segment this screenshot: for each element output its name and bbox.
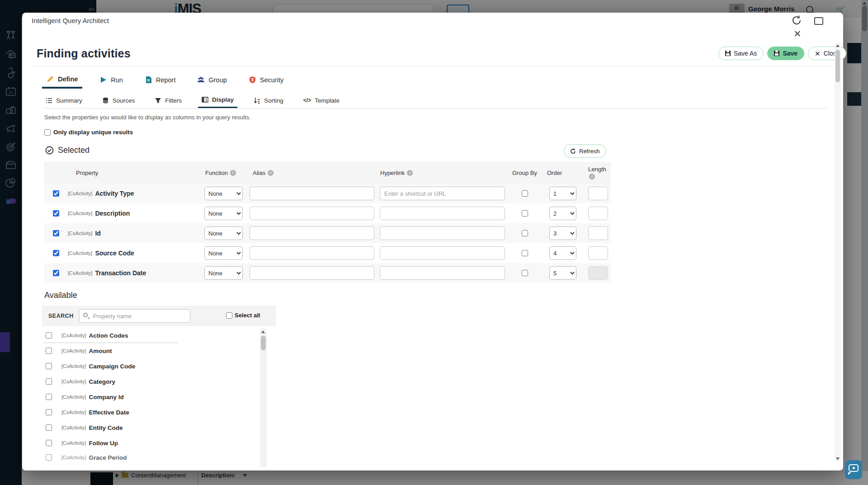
length-input	[588, 266, 608, 280]
hyperlink-input[interactable]	[380, 226, 505, 240]
group-by-checkbox[interactable]	[522, 190, 528, 197]
property-name: Transaction Date	[95, 269, 146, 277]
tab-sorting[interactable]: Sorting	[250, 94, 287, 108]
length-input[interactable]	[588, 246, 608, 260]
order-select[interactable]: 4	[549, 246, 576, 260]
row-checkbox[interactable]	[53, 230, 59, 236]
function-select[interactable]: None	[204, 266, 243, 280]
hyperlink-input[interactable]	[380, 266, 505, 280]
available-section-title: Available	[44, 291, 77, 300]
unique-results-option[interactable]: Only display unique results	[44, 129, 133, 136]
dialog-content-scrollbar[interactable]	[835, 42, 841, 462]
select-all-checkbox[interactable]	[226, 312, 232, 319]
hyperlink-input[interactable]	[380, 207, 505, 220]
tab-sources[interactable]: Sources	[99, 94, 139, 108]
info-icon[interactable]	[230, 170, 236, 176]
list-item: [CsActivity] Entity Code	[44, 420, 260, 435]
group-icon	[197, 76, 205, 84]
property-name: Activity Type	[95, 190, 134, 197]
list-item: [CsActivity] Campaign Code	[44, 358, 260, 374]
property-prefix: [CsActivity]	[68, 250, 92, 256]
pencil-icon	[47, 75, 54, 83]
select-all-option[interactable]: Select all	[226, 312, 260, 319]
row-checkbox[interactable]	[53, 190, 59, 197]
tab-group[interactable]: Group	[193, 72, 231, 89]
refresh-dialog-icon[interactable]	[791, 14, 802, 26]
tab-filters[interactable]: Filters	[151, 94, 185, 108]
item-checkbox[interactable]	[46, 394, 52, 400]
tab-template[interactable]: </> Template	[300, 94, 343, 108]
sort-icon	[254, 97, 260, 104]
group-by-checkbox[interactable]	[522, 210, 528, 217]
search-label: SEARCH	[48, 313, 74, 319]
group-by-checkbox[interactable]	[522, 230, 528, 236]
col-function: Function	[200, 170, 246, 176]
main-tab-bar: Define Run Report Group Security	[42, 72, 288, 89]
property-prefix: [CsActivity]	[68, 191, 92, 196]
order-select[interactable]: 5	[549, 266, 576, 280]
selected-section-header: Selected	[45, 146, 90, 155]
tab-define[interactable]: Define	[42, 72, 82, 89]
alias-input[interactable]	[250, 187, 374, 200]
length-input[interactable]	[588, 207, 608, 220]
item-checkbox[interactable]	[46, 348, 52, 354]
col-order: Order	[542, 170, 582, 176]
save-button[interactable]: Save	[767, 47, 804, 60]
list-item: [CsActivity] Action Codes	[44, 328, 260, 343]
list-scrollbar[interactable]	[260, 329, 267, 467]
maximize-icon[interactable]	[814, 17, 823, 25]
row-checkbox[interactable]	[53, 210, 59, 217]
info-icon[interactable]	[589, 174, 595, 179]
hyperlink-input[interactable]	[380, 187, 505, 200]
info-icon[interactable]	[407, 170, 413, 176]
alias-input[interactable]	[250, 207, 374, 220]
col-hyperlink: Hyperlink	[377, 170, 507, 176]
group-by-checkbox[interactable]	[522, 270, 528, 276]
function-select[interactable]: None	[204, 187, 243, 200]
function-select[interactable]: None	[204, 246, 243, 260]
tab-report[interactable]: Report	[140, 72, 180, 89]
chat-widget-icon[interactable]	[845, 460, 862, 479]
function-select[interactable]: None	[204, 207, 243, 220]
hyperlink-input[interactable]	[380, 246, 505, 260]
tab-summary[interactable]: Summary	[42, 94, 86, 108]
property-search-input[interactable]	[79, 309, 190, 323]
item-checkbox[interactable]	[46, 454, 52, 461]
length-input[interactable]	[588, 226, 608, 240]
length-input[interactable]	[588, 187, 608, 200]
info-icon[interactable]	[268, 170, 274, 176]
order-select[interactable]: 3	[549, 226, 576, 240]
table-row: [CsActivity]Description None 2	[44, 203, 611, 223]
search-icon	[83, 313, 88, 317]
order-select[interactable]: 2	[549, 207, 576, 220]
alias-input[interactable]	[250, 266, 374, 280]
tab-security[interactable]: Security	[244, 72, 288, 89]
item-checkbox[interactable]	[46, 363, 52, 369]
close-dialog-icon[interactable]: ✕	[793, 29, 802, 38]
item-checkbox[interactable]	[46, 409, 52, 415]
row-checkbox[interactable]	[53, 250, 59, 256]
save-as-button[interactable]: Save As	[718, 47, 764, 60]
function-select[interactable]: None	[204, 226, 243, 240]
item-checkbox[interactable]	[46, 440, 52, 446]
alias-input[interactable]	[250, 246, 374, 260]
close-icon: ✕	[815, 50, 821, 57]
row-checkbox[interactable]	[53, 270, 59, 276]
order-select[interactable]: 1	[549, 187, 576, 200]
alias-input[interactable]	[250, 226, 374, 240]
dialog-title: Intelligent Query Architect	[32, 17, 109, 24]
code-icon: </>	[303, 97, 311, 104]
item-checkbox[interactable]	[46, 424, 52, 431]
item-checkbox[interactable]	[46, 332, 52, 339]
save-icon	[725, 51, 731, 56]
refresh-button[interactable]: Refresh	[564, 144, 606, 158]
filter-icon	[155, 97, 161, 104]
col-length: Length	[582, 166, 611, 179]
item-checkbox[interactable]	[46, 378, 52, 385]
group-by-checkbox[interactable]	[522, 250, 528, 256]
tab-display[interactable]: Display	[198, 94, 237, 108]
unique-results-checkbox[interactable]	[44, 129, 51, 136]
tab-run[interactable]: Run	[95, 72, 127, 89]
list-icon	[46, 97, 52, 104]
col-property: Property	[68, 170, 200, 176]
